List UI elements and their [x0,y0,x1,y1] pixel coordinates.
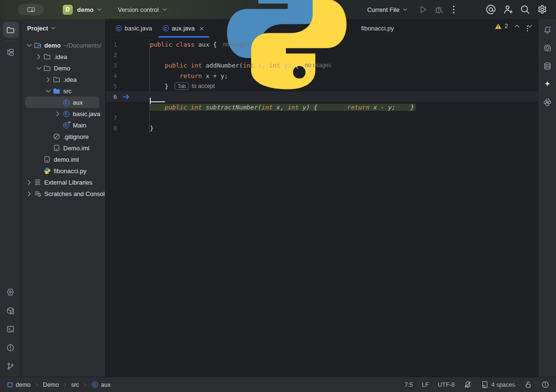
no-usages-hint: no usages [223,41,249,48]
tree-item-label: fibonacci.py [54,167,87,175]
breadcrumbs: demoDemosrcCaux [7,381,110,388]
notifications-button[interactable] [540,23,555,37]
line-separator[interactable]: LF [422,382,429,388]
code-line: 4 return x + y; [106,70,538,81]
inspections-widget[interactable]: 2 [495,22,534,30]
settings-gear-icon[interactable] [537,4,547,15]
search-everywhere-icon[interactable] [520,4,530,15]
caret-position[interactable]: 7:5 [405,382,413,388]
tab-fibonacci-py[interactable]: fibonacci.py [210,19,399,38]
terminal-icon [6,325,15,333]
chevron-right-icon[interactable] [25,178,33,186]
more-h-icon [6,67,15,75]
version-control-tool-window-button[interactable] [3,358,19,374]
chevron-right-icon[interactable] [35,53,43,61]
tree-item-scratches-and-consoles[interactable]: Scratches and Consoles [25,188,99,199]
close-icon[interactable] [198,25,205,32]
screen-share-pill[interactable] [18,4,44,15]
chevron-right-icon [62,382,68,388]
tree-item-aux[interactable]: C aux [25,97,99,108]
notifications-muted-icon[interactable] [464,381,472,389]
inspections-status-icon[interactable] [541,381,549,389]
ai-assistant-icon[interactable] [486,4,496,15]
tree-item-label: .gitignore [63,133,88,140]
terminal-tool-window-button[interactable] [3,321,19,337]
indent-file-icon [481,381,489,389]
debug-icon[interactable] [433,4,444,15]
tree-item-label: aux [73,99,83,106]
more-tool-windows-button[interactable] [3,63,19,78]
next-warning-icon[interactable] [526,22,534,30]
tree-item-idea[interactable]: .idea [25,74,99,85]
tree-item-external-libraries[interactable]: External Libraries [25,176,99,188]
tree-item-demo[interactable]: Demo [25,62,99,74]
code-line: 7 [106,112,538,123]
tree-item-demo[interactable]: demo ~/Documents/ [25,39,99,51]
tree-item-fibonacci-py[interactable]: fibonacci.py [25,165,99,176]
right-tool-stripe [538,19,556,377]
java-class-icon: C [91,381,98,388]
editor-code[interactable]: 1 public class aux {no usages 2 3 public… [106,38,538,377]
tree-item-demo-iml[interactable]: demo.iml [25,154,99,165]
python-packages-tool-window-button[interactable] [540,95,555,109]
tree-item-gitignore[interactable]: .gitignore [25,131,99,142]
tree-item-src[interactable]: src [25,85,99,97]
status-bar: demoDemosrcCaux 7:5 LF UTF-8 4 spaces [0,377,556,392]
line-number: 7 [106,114,117,121]
file-lock-icon[interactable] [524,381,532,389]
problems-icon [6,343,15,352]
code-with-me-icon[interactable] [503,4,513,15]
more-actions-icon[interactable] [449,4,459,15]
folder-src-icon [53,87,60,95]
code-line: 8 } [106,123,538,133]
tree-item-idea[interactable]: .idea [25,51,99,62]
chevron-down-icon[interactable] [44,87,52,95]
chevron-right-icon[interactable] [54,110,62,118]
prev-warning-icon[interactable] [513,22,521,30]
left-tool-stripe [0,19,21,377]
project-switcher[interactable]: demo [77,6,103,13]
breadcrumb-demo[interactable]: Demo [43,382,59,388]
packages-tool-window-button[interactable] [3,303,19,318]
run-icon[interactable] [418,4,429,15]
tree-item-label: basic.java [73,110,100,118]
project-avatar: D [63,5,73,15]
tree-item-label: Scratches and Consoles [44,190,105,197]
tree-item-main[interactable]: C Main [25,119,99,131]
project-panel-header[interactable]: Project [21,19,105,37]
file-encoding[interactable]: UTF-8 [438,382,455,388]
library-icon [34,178,41,186]
vcs-label: Version control [118,6,159,13]
code-line: 3 public int addNumber(int x, int y) {no… [106,60,538,70]
code-line: public int subtractNumber(int x, int y) … [106,102,538,112]
chevron-right-icon[interactable] [25,190,33,198]
tree-item-demo-iml[interactable]: Demo.iml [25,142,99,154]
database-tool-window-button[interactable] [540,59,555,73]
breadcrumb-demo[interactable]: demo [7,382,30,388]
breadcrumb-src[interactable]: src [71,382,79,388]
tab-aux-java[interactable]: C aux.java [157,19,210,38]
vcs-widget[interactable]: Version control [118,6,168,13]
tree-item-label: demo.iml [54,156,79,163]
ai-chat-button[interactable] [540,41,555,55]
warning-count: 2 [505,23,508,29]
project-tree: demo ~/Documents/ .idea Demo .idea src C… [21,37,105,377]
indent-settings[interactable]: 4 spaces [481,381,515,389]
chevron-down-icon [161,6,168,13]
ai-assistant-button[interactable] [540,77,555,91]
services-tool-window-button[interactable] [3,284,19,300]
project-tool-window-button[interactable] [3,22,19,38]
iml-file-icon [43,156,51,163]
tree-item-label: .idea [54,53,67,60]
tab-basic-java[interactable]: C basic.java [110,19,157,38]
tree-item-basic-java[interactable]: C basic.java [25,108,99,119]
chevron-right-icon [34,382,39,388]
problems-tool-window-button[interactable] [3,340,19,355]
run-configuration-selector[interactable]: Current File [367,6,409,13]
chevron-right-icon[interactable] [44,76,52,84]
breadcrumb-aux[interactable]: Caux [91,381,110,388]
chevron-down-icon[interactable] [35,64,43,72]
chevron-down-icon[interactable] [25,41,33,49]
structure-tool-window-button[interactable] [3,44,19,60]
project-name: demo [77,6,94,13]
